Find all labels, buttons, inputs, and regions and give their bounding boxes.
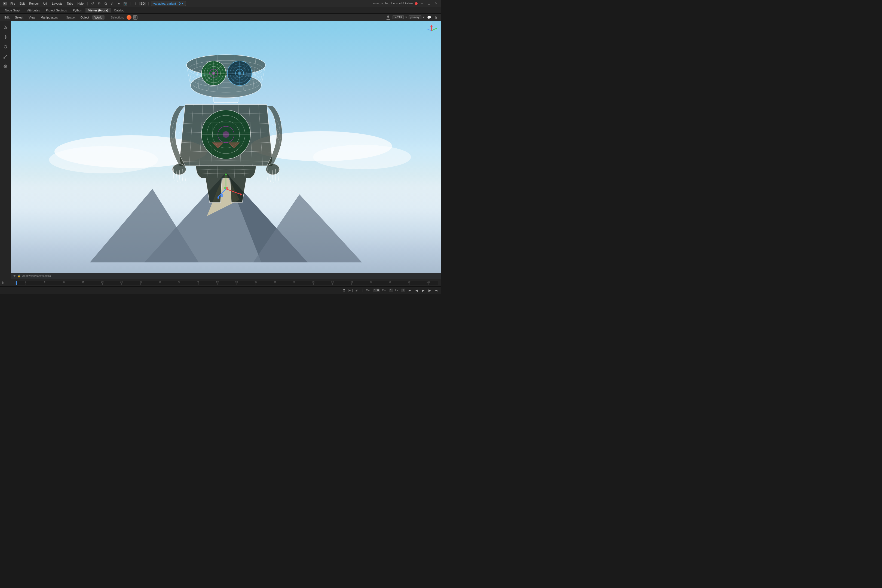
chat-icon[interactable]: 💬 [426, 15, 432, 20]
pivot-tool[interactable] [2, 63, 9, 70]
refresh-icon[interactable]: ↺ [90, 1, 95, 6]
tick-100: 100 [419, 280, 438, 285]
svg-rect-98 [224, 187, 226, 189]
timeline-snap-icon[interactable]: |↔| [348, 288, 353, 293]
tab-viewer-hydra[interactable]: Viewer (Hydra) [86, 8, 111, 12]
tick-40: 40 [170, 280, 189, 285]
timeline-zoom-icon[interactable]: ⤢ [354, 288, 359, 293]
play-btn[interactable]: ▶ [420, 288, 426, 293]
svg-marker-7 [5, 35, 6, 36]
manipulators-btn[interactable]: Manipulators [38, 15, 60, 20]
play-controls: ⏮ ◀ ▶ ▶ ⏭ [407, 288, 439, 293]
svg-point-11 [4, 45, 7, 48]
scene-title: robot_in_the_clouds_mk4.katana [373, 2, 413, 5]
svg-marker-9 [3, 36, 4, 38]
timeline-track[interactable]: 1 5 10 15 20 25 30 35 40 45 50 55 60 65 … [15, 280, 439, 285]
render-mode-btn[interactable]: 3D [139, 2, 146, 6]
bottom-bar: ⚙ |↔| ⤢ Out 100 Cur 1 Inc 1 ⏮ ◀ ▶ ▶ ⏭ [0, 286, 441, 294]
viewer-area[interactable]: 👁 🔒 /root/world/cam/camera [11, 21, 441, 279]
scale-tool[interactable] [2, 53, 9, 60]
translate-tool[interactable] [2, 33, 9, 41]
eye-icon: 👁 [13, 274, 16, 278]
next-frame-btn[interactable]: ⏭ [434, 288, 439, 293]
view-toolbar-right: sRGB ▾ primary ▾ 💬 ⛓ [386, 15, 439, 20]
inc-value[interactable]: 1 [401, 288, 405, 292]
window-close[interactable]: ✕ [434, 1, 439, 6]
out-label: Out [366, 289, 370, 292]
tick-30: 30 [131, 280, 150, 285]
main-area: 👁 🔒 /root/world/cam/camera [0, 21, 441, 279]
edit-btn[interactable]: Edit [2, 15, 12, 20]
copy-icon[interactable]: ⧉ [103, 1, 108, 6]
selection-icon[interactable] [133, 15, 138, 20]
tab-python[interactable]: Python [70, 8, 85, 12]
camera-icon[interactable]: 📷 [123, 1, 128, 6]
selection-label: Selection: [109, 15, 126, 20]
menu-edit[interactable]: Edit [18, 2, 26, 6]
svg-point-85 [172, 164, 186, 175]
menu-util[interactable]: Util [42, 2, 49, 6]
svg-point-31 [313, 145, 411, 170]
ruler: 1 5 10 15 20 25 30 35 40 45 50 55 60 65 … [15, 281, 438, 285]
tab-node-graph[interactable]: Node Graph [2, 8, 24, 12]
tick-15: 15 [74, 280, 93, 285]
selection-color-ball[interactable] [127, 15, 132, 20]
svg-rect-16 [3, 57, 4, 58]
tab-bar: Node Graph Attributes Project Settings P… [0, 7, 441, 14]
tick-90: 90 [361, 280, 380, 285]
world-btn[interactable]: World [92, 15, 105, 20]
camera-path: /root/world/cam/camera [22, 274, 51, 278]
cur-value[interactable]: 1 [389, 288, 393, 292]
tick-99: 99 [400, 280, 418, 285]
menu-tabs[interactable]: Tabs [65, 2, 75, 6]
srgb-selector[interactable]: sRGB [393, 15, 404, 20]
tick-10: 10 [54, 280, 74, 285]
dropdown-arrow: ▾ [182, 2, 183, 5]
menu-layouts[interactable]: Layouts [50, 2, 64, 6]
variables-dropdown[interactable]: variables: variant - D ▾ [151, 1, 186, 6]
view-btn[interactable]: View [27, 15, 38, 20]
tick-25: 25 [112, 280, 131, 285]
viewer-canvas: 👁 🔒 /root/world/cam/camera [11, 21, 441, 279]
svg-text:K: K [4, 3, 6, 5]
object-btn[interactable]: Object [78, 15, 91, 20]
menu-render[interactable]: Render [27, 2, 40, 6]
tick-50: 50 [208, 280, 227, 285]
settings-icon[interactable]: ⚙ [96, 1, 102, 6]
cur-label: Cur [382, 289, 386, 292]
rotate-tool[interactable] [2, 43, 9, 51]
svg-rect-100 [220, 194, 223, 197]
tick-70: 70 [285, 280, 303, 285]
step-back-btn[interactable]: ◀ [414, 288, 419, 293]
left-panel [0, 21, 11, 279]
playhead[interactable] [16, 281, 16, 285]
robot-svg [155, 42, 297, 211]
tick-20: 20 [93, 280, 112, 285]
menu-help[interactable]: Help [76, 2, 85, 6]
timeline-labels-left: In [2, 281, 13, 284]
tick-75: 75 [304, 280, 323, 285]
viewer-status: 👁 🔒 /root/world/cam/camera [11, 273, 441, 279]
select-btn[interactable]: Select [13, 15, 26, 20]
pause-icon[interactable]: ⏸ [133, 1, 138, 6]
tab-project-settings[interactable]: Project Settings [43, 8, 69, 12]
step-fwd-btn[interactable]: ▶ [427, 288, 432, 293]
menu-bar: K File Edit Render Util Layouts Tabs Hel… [0, 0, 441, 7]
window-minimize[interactable]: ─ [419, 1, 424, 6]
window-maximize[interactable]: □ [426, 1, 432, 6]
prev-frame-btn[interactable]: ⏮ [407, 288, 413, 293]
bottom-right: ⚙ |↔| ⤢ [341, 288, 359, 293]
lock-icon: 🔒 [17, 274, 21, 278]
sync-icon[interactable]: ⇄ [110, 1, 115, 6]
select-tool[interactable] [2, 23, 9, 31]
link-icon[interactable]: ⛓ [434, 15, 439, 20]
out-value[interactable]: 100 [373, 288, 380, 292]
tab-catalog[interactable]: Catalog [111, 8, 127, 12]
primary-selector[interactable]: primary [409, 15, 422, 20]
primary-arrow: ▾ [423, 15, 424, 19]
tick-45: 45 [189, 280, 208, 285]
menu-file[interactable]: File [9, 2, 17, 6]
tab-attributes[interactable]: Attributes [24, 8, 42, 12]
timeline-settings-icon[interactable]: ⚙ [341, 288, 347, 293]
stop-icon[interactable]: ■ [116, 1, 122, 6]
